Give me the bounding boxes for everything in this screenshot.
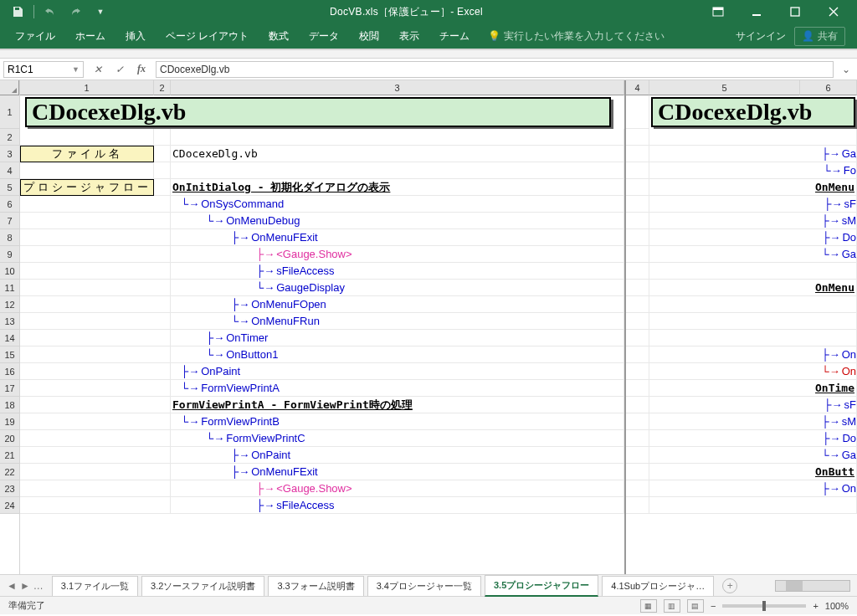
row-head[interactable]: 11 [0, 280, 19, 296]
cell[interactable] [649, 313, 857, 330]
cancel-formula-icon[interactable]: ✕ [89, 61, 107, 78]
view-normal-icon[interactable]: ▦ [640, 599, 657, 613]
sheet-nav-prev-icon[interactable]: ► [20, 580, 30, 592]
col-head[interactable]: 5 [649, 80, 800, 95]
cell[interactable] [626, 480, 649, 497]
cell[interactable] [626, 296, 649, 313]
cell[interactable] [154, 179, 171, 196]
cell[interactable] [626, 95, 649, 129]
share-button[interactable]: 👤 共有 [794, 27, 845, 46]
redo-icon[interactable] [66, 3, 85, 21]
cell[interactable] [626, 330, 649, 346]
row-head[interactable]: 1 [0, 95, 19, 129]
row-head[interactable]: 16 [0, 363, 19, 380]
cell[interactable] [626, 146, 649, 162]
minimize-icon[interactable] [742, 2, 772, 22]
sheet-tab[interactable]: 3.1ファイル一覧 [52, 576, 138, 596]
row-head[interactable]: 6 [0, 196, 19, 213]
zoom-out-icon[interactable]: − [711, 601, 716, 611]
cell[interactable] [626, 229, 649, 246]
formula-expand-icon[interactable]: ⌄ [839, 64, 854, 75]
tab-home[interactable]: ホーム [65, 24, 115, 49]
row-head[interactable]: 3 [0, 146, 19, 162]
name-box[interactable]: R1C1 ▼ [3, 61, 84, 78]
cell[interactable] [649, 497, 857, 514]
row-head[interactable]: 5 [0, 179, 19, 196]
cell[interactable] [171, 129, 624, 146]
row-head[interactable]: 9 [0, 246, 19, 263]
row-head[interactable]: 24 [0, 497, 19, 514]
cell[interactable] [20, 196, 171, 213]
tab-data[interactable]: データ [299, 24, 349, 49]
row-head[interactable]: 17 [0, 380, 19, 397]
cell[interactable] [626, 196, 649, 213]
cell[interactable] [649, 129, 857, 146]
col-head[interactable]: 1 [20, 80, 154, 95]
row-head[interactable]: 20 [0, 430, 19, 447]
tab-insert[interactable]: 挿入 [115, 24, 156, 49]
row-head[interactable]: 19 [0, 413, 19, 430]
view-pagebreak-icon[interactable]: ▤ [687, 599, 704, 613]
zoom-thumb[interactable] [762, 601, 766, 611]
maximize-icon[interactable] [780, 2, 810, 22]
zoom-in-icon[interactable]: + [813, 601, 818, 611]
row-head[interactable]: 15 [0, 346, 19, 363]
cell[interactable] [626, 280, 649, 296]
col-head[interactable]: 3 [171, 80, 624, 95]
tab-file[interactable]: ファイル [5, 24, 65, 49]
row-head[interactable]: 18 [0, 397, 19, 413]
cell[interactable] [154, 146, 171, 162]
qat-customize-icon[interactable]: ▼ [91, 3, 110, 21]
cell[interactable] [20, 447, 171, 464]
cell[interactable] [20, 363, 171, 380]
cell[interactable] [626, 313, 649, 330]
row-head[interactable]: 13 [0, 313, 19, 330]
row-head[interactable]: 22 [0, 464, 19, 480]
sheet-tab[interactable]: 3.4プロシージャー一覧 [367, 576, 481, 596]
cell[interactable] [20, 162, 154, 179]
col-head[interactable]: 4 [626, 80, 649, 95]
cell[interactable] [626, 246, 649, 263]
scroll-thumb[interactable] [786, 581, 803, 591]
tab-review[interactable]: 校閲 [349, 24, 389, 49]
cell[interactable] [20, 413, 171, 430]
cell[interactable] [626, 213, 649, 229]
row-head[interactable]: 12 [0, 296, 19, 313]
cell[interactable] [20, 497, 171, 514]
cell[interactable] [20, 313, 171, 330]
row-head[interactable]: 14 [0, 330, 19, 346]
cell[interactable] [626, 397, 649, 413]
sheet-tab-active[interactable]: 3.5プロシージャフロー [485, 575, 598, 597]
cell[interactable] [626, 430, 649, 447]
tell-me[interactable]: 💡 実行したい作業を入力してください [488, 29, 665, 44]
sheet-tab[interactable]: 4.1Subプロシージャ… [602, 576, 714, 596]
cell[interactable] [171, 162, 624, 179]
cell[interactable] [20, 213, 171, 229]
cell[interactable] [20, 129, 154, 146]
sheet-nav-first-icon[interactable]: ◄ [7, 580, 17, 592]
cell[interactable] [20, 430, 171, 447]
cell[interactable] [20, 229, 171, 246]
select-all-corner[interactable] [0, 80, 19, 95]
cell[interactable] [626, 263, 649, 280]
cell[interactable] [20, 480, 171, 497]
col-head[interactable]: 2 [154, 80, 171, 95]
tab-view[interactable]: 表示 [389, 24, 429, 49]
view-pagelayout-icon[interactable]: ▥ [664, 599, 680, 613]
close-icon[interactable] [819, 2, 849, 22]
cell[interactable] [20, 246, 171, 263]
row-head[interactable]: 7 [0, 213, 19, 229]
signin-link[interactable]: サインイン [736, 29, 786, 44]
row-head[interactable]: 4 [0, 162, 19, 179]
tab-pagelayout[interactable]: ページ レイアウト [156, 24, 259, 49]
cell[interactable] [626, 464, 649, 480]
cell[interactable] [20, 346, 171, 363]
row-head[interactable]: 21 [0, 447, 19, 464]
cell[interactable] [154, 162, 171, 179]
formula-bar[interactable]: CDocexeDlg.vb [156, 61, 834, 78]
sheet-nav-more-icon[interactable]: … [33, 580, 44, 592]
cell[interactable] [20, 296, 171, 313]
cell[interactable] [626, 162, 649, 179]
cell[interactable] [626, 179, 649, 196]
cell[interactable] [626, 447, 649, 464]
